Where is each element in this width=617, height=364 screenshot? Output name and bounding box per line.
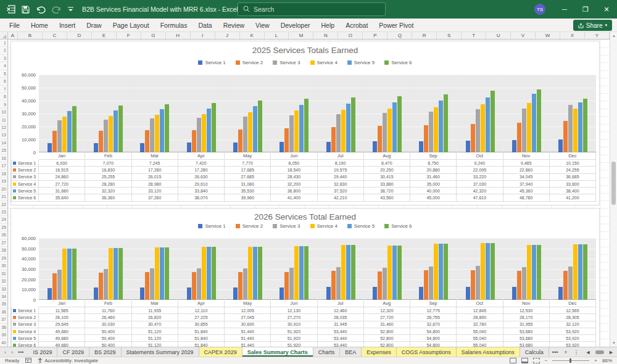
zoom-slider-thumb[interactable] (569, 358, 571, 363)
row-header-7[interactable]: 7 (0, 86, 7, 93)
column-header-H[interactable]: H (166, 32, 191, 39)
row-header-25[interactable]: 25 (0, 224, 7, 231)
row-header-27[interactable]: 27 (0, 239, 7, 247)
scroll-down-icon[interactable]: ▼ (610, 339, 617, 347)
column-header-G[interactable]: G (141, 32, 166, 39)
avatar[interactable]: TS (534, 4, 545, 15)
ribbon-tab-data[interactable]: Data (193, 19, 217, 32)
row-header-32[interactable]: 32 (0, 278, 7, 285)
row-header-1[interactable]: 1 (0, 39, 7, 47)
row-header-17[interactable]: 17 (0, 162, 7, 170)
column-header-S[interactable]: S (437, 32, 462, 39)
sheet-tab-is-2029[interactable]: IS 2029 (28, 347, 57, 357)
vertical-scrollbar[interactable]: ▲ ▼ (610, 32, 617, 347)
sheet-tab-bs-2029[interactable]: BS 2029 (89, 347, 122, 357)
scroll-up-icon[interactable]: ▲ (610, 32, 617, 39)
column-header-I[interactable]: I (191, 32, 215, 39)
search-input[interactable]: Search (238, 2, 386, 16)
row-header-8[interactable]: 8 (0, 93, 7, 101)
ribbon-tab-draw[interactable]: Draw (81, 19, 107, 32)
undo-icon[interactable] (36, 6, 46, 14)
column-header-X[interactable]: X (560, 32, 585, 39)
column-header-N[interactable]: N (313, 32, 338, 39)
row-header-11[interactable]: 11 (0, 117, 7, 124)
tab-overflow-left-icon[interactable]: ••• (16, 349, 25, 355)
view-normal-icon[interactable] (510, 358, 516, 363)
column-header-R[interactable]: R (412, 32, 437, 39)
ribbon-tab-acrobat[interactable]: Acrobat (340, 19, 373, 32)
ribbon-tab-formulas[interactable]: Formulas (155, 19, 193, 32)
view-page-break-icon[interactable] (533, 358, 540, 363)
row-header-24[interactable]: 24 (0, 216, 7, 223)
accessibility-status[interactable]: Accessibility: Investigate (38, 358, 98, 363)
row-header-18[interactable]: 18 (0, 170, 7, 178)
column-header-D[interactable]: D (67, 32, 92, 39)
ribbon-tab-review[interactable]: Review (218, 19, 250, 32)
column-header-J[interactable]: J (215, 32, 240, 39)
row-header-26[interactable]: 26 (0, 231, 7, 239)
row-header-13[interactable]: 13 (0, 131, 7, 139)
column-header-Q[interactable]: Q (387, 32, 412, 39)
zoom-in-icon[interactable]: + (594, 358, 597, 363)
excel-logo-icon[interactable] (6, 5, 15, 14)
row-header-21[interactable]: 21 (0, 193, 7, 201)
ribbon-tab-view[interactable]: View (250, 19, 275, 32)
row-header-6[interactable]: 6 (0, 78, 7, 85)
restore-icon[interactable]: ❐ (575, 0, 596, 19)
horizontal-scroll-thumb[interactable] (595, 350, 605, 354)
view-page-layout-icon[interactable] (521, 358, 528, 363)
row-header-29[interactable]: 29 (0, 255, 7, 262)
tab-nav-left-icon[interactable]: ‹ (2, 349, 8, 355)
row-header-20[interactable]: 20 (0, 186, 7, 193)
tab-kebab-icon[interactable]: ⋮ (571, 347, 582, 357)
row-header-2[interactable]: 2 (0, 47, 7, 54)
sheet-tab-calcula[interactable]: Calcula (520, 347, 549, 357)
sheet-tab-charts[interactable]: Charts (313, 347, 341, 357)
column-header-Y[interactable]: Y (585, 32, 610, 39)
row-header-34[interactable]: 34 (0, 293, 7, 300)
sheet-tab-cf-2029[interactable]: CF 2029 (57, 347, 89, 357)
row-header-35[interactable]: 35 (0, 300, 7, 308)
close-icon[interactable]: ✕ (596, 0, 617, 19)
sheet-tab-statements-summary-2029[interactable]: Statements Summary 2029 (122, 347, 199, 357)
row-header-37[interactable]: 37 (0, 316, 7, 323)
ribbon-tab-power-pivot[interactable]: Power Pivot (373, 19, 419, 32)
ribbon-tab-page-layout[interactable]: Page Layout (107, 19, 155, 32)
worksheet[interactable]: 1234567891011121314151617181920212223242… (0, 39, 617, 347)
row-header-22[interactable]: 22 (0, 201, 7, 209)
qat-customize-icon[interactable] (68, 7, 73, 12)
column-header-K[interactable]: K (240, 32, 265, 39)
column-header-B[interactable]: B (18, 32, 43, 39)
vertical-scroll-thumb[interactable] (611, 162, 616, 205)
row-header-5[interactable]: 5 (0, 70, 7, 78)
chart-2026-services-totals[interactable]: 2026 Services Total Earned Service 1Serv… (10, 208, 600, 347)
column-header-P[interactable]: P (363, 32, 387, 39)
sheet-tab-capex-2029[interactable]: CAPEX 2029 (199, 347, 242, 357)
column-header-L[interactable]: L (265, 32, 289, 39)
row-header-12[interactable]: 12 (0, 124, 7, 131)
chart-2025-services-totals[interactable]: 2025 Services Totals Earned Service 1Ser… (10, 41, 600, 205)
sheet-tab-salaries-assumptions[interactable]: Salaries Assumptions (457, 347, 520, 357)
row-header-30[interactable]: 30 (0, 262, 7, 270)
row-header-28[interactable]: 28 (0, 247, 7, 254)
row-header-15[interactable]: 15 (0, 147, 7, 154)
row-header-39[interactable]: 39 (0, 331, 7, 339)
column-header-M[interactable]: M (289, 32, 313, 39)
column-header-F[interactable]: F (117, 32, 141, 39)
ribbon-tab-developer[interactable]: Developer (275, 19, 316, 32)
row-header-23[interactable]: 23 (0, 209, 7, 216)
column-header-V[interactable]: V (511, 32, 536, 39)
select-all-corner[interactable] (0, 32, 8, 39)
sheet-tab-expenses[interactable]: Expenses (362, 347, 397, 357)
row-header-16[interactable]: 16 (0, 155, 7, 162)
tab-nav-right-icon[interactable]: › (9, 349, 15, 355)
row-header-19[interactable]: 19 (0, 178, 7, 185)
column-header-E[interactable]: E (92, 32, 117, 39)
row-header-31[interactable]: 31 (0, 270, 7, 278)
row-header-33[interactable]: 33 (0, 286, 7, 293)
ribbon-tab-file[interactable]: File (4, 19, 25, 32)
hscroll-right-icon[interactable]: ► (605, 347, 617, 357)
sheet-tab-sales-summary-charts[interactable]: Sales Summary Charts (242, 347, 313, 357)
row-header-9[interactable]: 9 (0, 101, 7, 109)
column-header-C[interactable]: C (43, 32, 67, 39)
